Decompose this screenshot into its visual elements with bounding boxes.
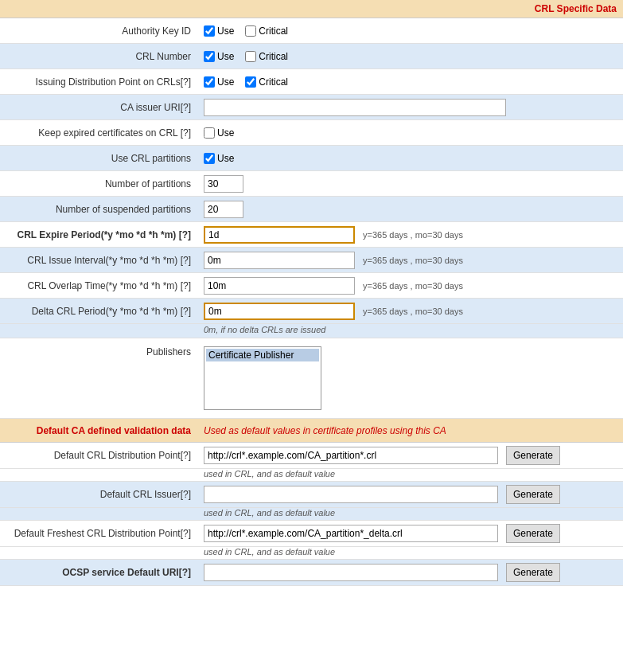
authority-key-id-label: Authority Key ID [0,22,199,40]
crl-issue-interval-input[interactable] [204,252,355,269]
crl-issue-interval-content: y=365 days , mo=30 days [199,248,623,272]
crl-number-use-checkbox[interactable] [204,51,215,62]
crl-number-critical-checkbox[interactable] [245,51,256,62]
publishers-list[interactable]: Certificate Publisher [204,346,321,410]
num-partitions-row: Number of partitions [0,171,623,197]
freshest-crl-generate-button[interactable]: Generate [506,524,560,543]
num-suspended-label: Number of suspended partitions [0,201,199,218]
ca-issuer-uri-input[interactable] [204,99,506,116]
delta-crl-period-content: y=365 days , mo=30 days [199,299,623,323]
ca-issuer-uri-content [199,96,623,119]
default-ca-sub-content: Used as default values in certificate pr… [199,422,623,440]
freshest-crl-label: Default Freshest CRL Distribution Point[… [0,525,199,542]
crl-overlap-time-content: y=365 days , mo=30 days [199,274,623,298]
crl-issue-interval-hint: y=365 days , mo=30 days [363,256,463,265]
crl-overlap-time-hint: y=365 days , mo=30 days [363,281,463,291]
ocsp-uri-row: OCSP service Default URI[?] Generate [0,560,623,586]
publishers-list-item[interactable]: Certificate Publisher [206,349,319,361]
default-ca-header-label: Default CA defined validation data [0,422,199,440]
issuing-distribution-point-row: Issuing Distribution Point on CRLs[?] Us… [0,69,623,95]
publishers-label: Publishers [0,343,199,361]
default-crl-distribution-label: Default CRL Distribution Point[?] [0,447,199,464]
default-crl-distribution-generate-button[interactable]: Generate [506,446,560,465]
crl-number-label: CRL Number [0,48,199,65]
crl-number-use-label[interactable]: Use [204,51,234,62]
ocsp-uri-input[interactable] [204,564,498,581]
use-crl-partitions-row: Use CRL partitions Use [0,146,623,171]
num-suspended-row: Number of suspended partitions [0,197,623,222]
keep-expired-use-checkbox[interactable] [204,127,215,139]
ocsp-uri-generate-button[interactable]: Generate [506,563,560,582]
crl-expire-period-hint: y=365 days , mo=30 days [363,230,463,240]
default-crl-issuer-label: Default CRL Issuer[?] [0,486,199,503]
default-crl-issuer-row: Default CRL Issuer[?] Generate [0,482,623,508]
num-partitions-input[interactable] [204,175,243,193]
issuing-distribution-point-label: Issuing Distribution Point on CRLs[?] [0,73,199,91]
freshest-crl-hint: used in CRL, and as default value [0,547,623,559]
issuing-dp-critical-label[interactable]: Critical [245,76,288,88]
issuing-dp-use-checkbox[interactable] [204,76,215,88]
ocsp-uri-content: Generate [199,560,623,585]
keep-expired-content: Use [199,124,623,142]
num-partitions-content [199,172,623,196]
crl-expire-period-input[interactable] [204,226,355,244]
freshest-crl-hint-row: used in CRL, and as default value [0,547,623,560]
authority-key-id-use-checkbox[interactable] [204,25,215,37]
publishers-row: Publishers Certificate Publisher [0,338,623,419]
ocsp-uri-label: OCSP service Default URI[?] [0,564,199,581]
crl-overlap-time-label: CRL Overlap Time(*y *mo *d *h *m) [?] [0,277,199,295]
freshest-crl-input[interactable] [204,525,498,542]
authority-key-id-critical-checkbox[interactable] [245,25,256,37]
issuing-dp-use-label[interactable]: Use [204,76,234,88]
ca-issuer-uri-label: CA issuer URI[?] [0,99,199,116]
ca-issuer-uri-row: CA issuer URI[?] [0,95,623,120]
delta-crl-period-row: Delta CRL Period(*y *mo *d *h *m) [?] y=… [0,299,623,324]
use-crl-partitions-checkbox[interactable] [204,153,215,164]
issuing-dp-critical-checkbox[interactable] [245,76,256,88]
authority-key-id-critical-label[interactable]: Critical [245,25,288,37]
use-crl-partitions-use-label[interactable]: Use [204,153,234,164]
delta-crl-sub-hint: 0m, if no delta CRLs are issued [0,325,325,337]
crl-overlap-time-input[interactable] [204,277,355,295]
issuing-distribution-point-content: Use Critical [199,73,623,91]
num-partitions-label: Number of partitions [0,175,199,193]
use-crl-partitions-content: Use [199,150,623,167]
keep-expired-label: Keep expired certificates on CRL [?] [0,124,199,142]
crl-overlap-time-row: CRL Overlap Time(*y *mo *d *h *m) [?] y=… [0,273,623,299]
crl-expire-period-label: CRL Expire Period(*y *mo *d *h *m) [?] [0,226,199,244]
freshest-crl-content: Generate [199,521,623,546]
crl-specific-header: CRL Specific Data [0,0,623,18]
default-crl-distribution-hint: used in CRL, and as default value [0,469,623,481]
keep-expired-row: Keep expired certificates on CRL [?] Use [0,120,623,146]
default-ca-section-header: Default CA defined validation data Used … [0,419,623,443]
default-crl-issuer-content: Generate [199,482,623,507]
keep-expired-use-label[interactable]: Use [204,127,234,139]
default-crl-issuer-generate-button[interactable]: Generate [506,485,560,504]
publishers-content: Certificate Publisher [199,343,623,413]
crl-issue-interval-label: CRL Issue Interval(*y *mo *d *h *m) [?] [0,252,199,269]
authority-key-id-row: Authority Key ID Use Critical [0,18,623,44]
default-crl-issuer-input[interactable] [204,486,498,503]
crl-expire-period-row: CRL Expire Period(*y *mo *d *h *m) [?] y… [0,222,623,248]
delta-crl-period-hint: y=365 days , mo=30 days [363,307,463,316]
num-suspended-content [199,197,623,221]
authority-key-id-use-label[interactable]: Use [204,25,234,37]
delta-crl-period-input[interactable] [204,303,355,320]
crl-expire-period-content: y=365 days , mo=30 days [199,223,623,247]
num-suspended-input[interactable] [204,201,243,218]
default-crl-distribution-row: Default CRL Distribution Point[?] Genera… [0,443,623,469]
crl-number-content: Use Critical [199,48,623,65]
authority-key-id-content: Use Critical [199,22,623,40]
crl-issue-interval-row: CRL Issue Interval(*y *mo *d *h *m) [?] … [0,248,623,273]
default-crl-distribution-hint-row: used in CRL, and as default value [0,469,623,482]
default-crl-issuer-hint-row: used in CRL, and as default value [0,508,623,521]
default-crl-distribution-input[interactable] [204,447,498,464]
default-crl-issuer-hint: used in CRL, and as default value [0,508,623,520]
use-crl-partitions-label: Use CRL partitions [0,150,199,167]
crl-number-row: CRL Number Use Critical [0,44,623,69]
delta-crl-period-label: Delta CRL Period(*y *mo *d *h *m) [?] [0,303,199,320]
delta-crl-sub-hint-row: 0m, if no delta CRLs are issued [0,324,623,338]
default-crl-distribution-content: Generate [199,443,623,468]
crl-number-critical-label[interactable]: Critical [245,51,288,62]
freshest-crl-row: Default Freshest CRL Distribution Point[… [0,521,623,547]
